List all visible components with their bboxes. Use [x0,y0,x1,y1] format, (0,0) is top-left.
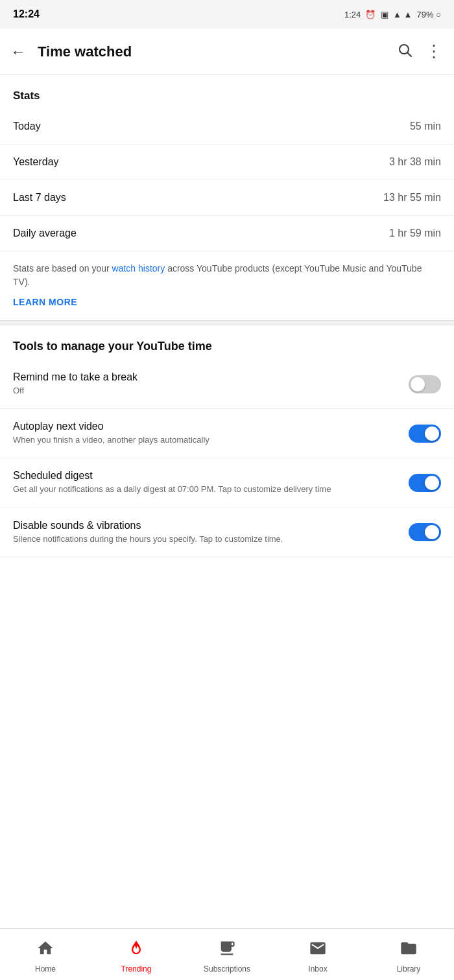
setting-remind-break[interactable]: Remind me to take a break Off [0,360,454,409]
learn-more-link[interactable]: LEARN MORE [0,292,454,320]
nav-library[interactable]: Library [363,935,454,974]
toggle-remind-break[interactable] [409,375,441,393]
toggle-thumb [425,476,439,490]
page-title: Time watched [38,43,397,60]
status-icons: 1:24 ⏰ ▣ ▲ ▲ 79% ○ [344,10,441,19]
home-icon [36,939,54,962]
setting-disable-sounds[interactable]: Disable sounds & vibrations Silence noti… [0,508,454,557]
nav-subscriptions[interactable]: Subscriptions [182,935,272,974]
setting-disable-sounds-subtitle: Silence notifications during the hours y… [13,533,398,545]
bottom-navigation: Home Trending Subscriptions Inbox [0,928,454,980]
toggle-disable-sounds[interactable] [409,523,441,541]
nav-inbox-label: Inbox [308,964,327,974]
more-options-icon[interactable]: ⋮ [425,41,444,62]
stat-yesterday-value: 3 hr 38 min [389,156,441,168]
stat-yesterday: Yesterday 3 hr 38 min [0,145,454,180]
nav-trending[interactable]: Trending [91,935,182,974]
stat-today-value: 55 min [410,121,441,132]
stat-last7days-label: Last 7 days [13,192,66,204]
library-icon [400,939,418,962]
toggle-autoplay[interactable] [409,425,441,443]
setting-remind-break-title: Remind me to take a break [13,371,398,383]
setting-remind-break-subtitle: Off [13,385,398,397]
nav-library-label: Library [397,964,421,974]
page-content: Stats Today 55 min Yesterday 3 hr 38 min… [0,75,454,609]
toggle-thumb [425,525,439,539]
setting-disable-sounds-title: Disable sounds & vibrations [13,520,398,531]
nav-home-label: Home [35,964,56,974]
search-icon[interactable] [397,42,412,62]
section-divider [0,320,454,325]
stat-daily-average: Daily average 1 hr 59 min [0,216,454,251]
setting-autoplay-title: Autoplay next video [13,421,398,432]
watch-history-link[interactable]: watch history [112,263,165,274]
inbox-icon [309,939,327,962]
stat-daily-average-value: 1 hr 59 min [389,228,441,239]
setting-scheduled-digest[interactable]: Scheduled digest Get all your notificati… [0,458,454,508]
stat-yesterday-label: Yesterday [13,156,59,168]
stats-section-header: Stats [0,75,454,109]
stat-today-label: Today [13,121,41,132]
svg-line-1 [408,52,412,56]
page-header: ← Time watched ⋮ [0,29,454,75]
back-button[interactable]: ← [10,43,26,61]
toggle-thumb [411,377,425,391]
stats-info-text: Stats are based on your watch history ac… [0,251,454,292]
stat-daily-average-label: Daily average [13,228,77,239]
stat-today: Today 55 min [0,109,454,145]
stat-last7days-value: 13 hr 55 min [383,192,441,204]
nav-inbox[interactable]: Inbox [272,935,363,974]
status-bar: 12:24 1:24 ⏰ ▣ ▲ ▲ 79% ○ [0,0,454,29]
tools-section-header: Tools to manage your YouTube time [0,325,454,360]
toggle-thumb [425,426,439,441]
subscriptions-icon [218,939,236,962]
status-time: 12:24 [13,8,40,20]
setting-scheduled-digest-subtitle: Get all your notifications as a daily di… [13,484,398,495]
stat-last7days: Last 7 days 13 hr 55 min [0,180,454,216]
nav-subscriptions-label: Subscriptions [204,964,250,974]
setting-autoplay[interactable]: Autoplay next video When you finish a vi… [0,409,454,458]
toggle-scheduled-digest[interactable] [409,474,441,492]
status-right-icons: 1:24 ⏰ ▣ ▲ ▲ 79% ○ [344,10,441,19]
nav-home[interactable]: Home [0,935,91,974]
setting-scheduled-digest-title: Scheduled digest [13,470,398,482]
setting-autoplay-subtitle: When you finish a video, another plays a… [13,434,398,446]
trending-icon [127,939,145,962]
nav-trending-label: Trending [121,964,152,974]
header-actions: ⋮ [397,41,444,62]
